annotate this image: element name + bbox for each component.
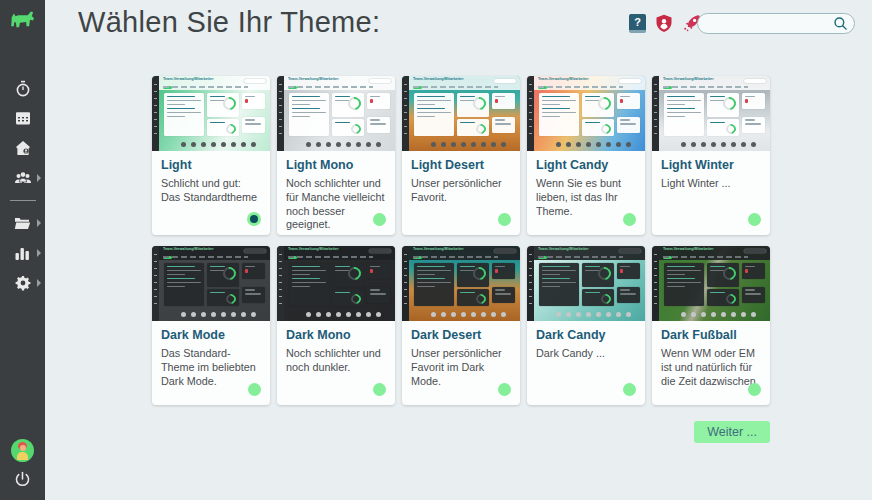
theme-preview-thumbnail: Team-Verwaltung/Mitarbeiter <box>402 76 520 151</box>
mini-search <box>494 79 516 83</box>
theme-radio[interactable] <box>248 383 261 396</box>
mini-app-title: Team-Verwaltung/Mitarbeiter <box>663 247 714 251</box>
user-avatar[interactable] <box>11 439 34 462</box>
sidebar-item-team[interactable] <box>0 163 45 193</box>
mini-toolbar-icons <box>174 141 262 148</box>
theme-radio[interactable] <box>623 383 636 396</box>
chevron-right-icon <box>37 249 41 257</box>
mini-app-title: Team-Verwaltung/Mitarbeiter <box>413 77 464 81</box>
mini-toolbar-icons <box>299 141 387 148</box>
sidebar <box>0 0 45 500</box>
mini-toolbar-icons <box>299 311 387 318</box>
mini-panel-termine <box>742 287 765 303</box>
sidebar-item-settings[interactable] <box>0 268 45 298</box>
theme-title: Dark Candy <box>536 328 636 342</box>
theme-card[interactable]: Team-Verwaltung/Mitarbeiter <box>652 246 770 405</box>
theme-description: Noch schlichter und für Manche vielleich… <box>286 177 386 232</box>
help-book-icon[interactable]: ? <box>629 14 646 33</box>
mini-topbar: Team-Verwaltung/Mitarbeiter <box>159 76 270 90</box>
theme-description: Das Standard-Theme im beliebten Dark Mod… <box>161 347 261 388</box>
sidebar-footer <box>11 439 34 500</box>
mini-panel-tags <box>242 93 265 109</box>
sidebar-item-home[interactable] <box>0 133 45 163</box>
theme-description: Noch schlichter und noch dunkler. <box>286 347 386 375</box>
theme-card[interactable]: Team-Verwaltung/Mitarbeiter <box>402 246 520 405</box>
theme-radio[interactable] <box>373 383 386 396</box>
mini-panel-tags <box>367 263 390 279</box>
mini-topbar: Team-Verwaltung/Mitarbeiter <box>409 76 520 90</box>
theme-radio[interactable] <box>373 213 386 226</box>
mini-panel-list <box>539 263 579 306</box>
mini-panel-list <box>164 93 204 136</box>
shield-user-icon[interactable] <box>655 14 673 33</box>
theme-radio[interactable] <box>498 213 511 226</box>
mini-panel-termine <box>617 117 640 133</box>
theme-radio[interactable] <box>247 212 261 226</box>
home-user-icon <box>15 140 31 156</box>
mini-panel-tags <box>617 93 640 109</box>
theme-card[interactable]: Team-Verwaltung/Mitarbeiter <box>277 76 395 235</box>
search-box <box>697 13 855 34</box>
theme-card[interactable]: Team-Verwaltung/Mitarbeiter <box>652 76 770 235</box>
theme-card[interactable]: Team-Verwaltung/Mitarbeiter <box>402 76 520 235</box>
mini-sidebar <box>527 76 534 151</box>
mini-panel-list <box>289 263 329 306</box>
mini-topbar: Team-Verwaltung/Mitarbeiter <box>534 246 645 260</box>
weiter-button[interactable]: Weiter ... <box>694 421 770 443</box>
sidebar-item-calendar[interactable] <box>0 103 45 133</box>
search-input[interactable] <box>708 18 833 30</box>
mini-panel-gauge <box>332 93 363 117</box>
mini-panel-gauge <box>707 93 738 117</box>
theme-title: Light Desert <box>411 158 511 172</box>
sidebar-item-timer[interactable] <box>0 73 45 103</box>
bar-chart-icon <box>15 246 30 260</box>
page-title: Wählen Sie Ihr Theme: <box>78 6 380 39</box>
mini-search <box>494 249 516 253</box>
mini-search <box>244 79 266 83</box>
mini-sidebar <box>527 246 534 321</box>
mini-search <box>369 79 391 83</box>
mini-sidebar <box>652 246 659 321</box>
mini-panel-list <box>164 263 204 306</box>
mini-sidebar <box>652 76 659 151</box>
sidebar-item-reports[interactable] <box>0 238 45 268</box>
theme-card[interactable]: Team-Verwaltung/Mitarbeiter <box>527 246 645 405</box>
mini-app-title: Team-Verwaltung/Mitarbeiter <box>538 247 589 251</box>
mini-panel-termine <box>367 287 390 303</box>
theme-description: Unser persönlicher Favorit. <box>411 177 511 205</box>
mini-app-title: Team-Verwaltung/Mitarbeiter <box>538 77 589 81</box>
mini-search <box>244 249 266 253</box>
mini-topbar: Team-Verwaltung/Mitarbeiter <box>659 76 770 90</box>
mini-panel-gauge2 <box>582 119 613 136</box>
gear-icon <box>15 275 31 291</box>
mini-sidebar <box>402 76 409 151</box>
mini-topbar: Team-Verwaltung/Mitarbeiter <box>659 246 770 260</box>
theme-title: Light Candy <box>536 158 636 172</box>
theme-description: Wenn WM oder EM ist und natürlich für di… <box>661 347 761 388</box>
theme-preview-thumbnail: Team-Verwaltung/Mitarbeiter <box>527 76 645 151</box>
mini-panel-gauge <box>582 93 613 117</box>
mini-topbar: Team-Verwaltung/Mitarbeiter <box>284 76 395 90</box>
mini-panel-termine <box>492 287 515 303</box>
mini-app-title: Team-Verwaltung/Mitarbeiter <box>163 247 214 251</box>
mini-panel-termine <box>242 287 265 303</box>
theme-card[interactable]: Team-Verwaltung/Mitarbeiter <box>152 246 270 405</box>
mini-topbar: Team-Verwaltung/Mitarbeiter <box>284 246 395 260</box>
theme-card[interactable]: Team-Verwaltung/Mitarbeiter <box>277 246 395 405</box>
mini-panel-tags <box>367 93 390 109</box>
power-icon[interactable] <box>14 471 31 492</box>
sidebar-item-files[interactable] <box>0 208 45 238</box>
theme-radio[interactable] <box>498 383 511 396</box>
theme-radio[interactable] <box>748 383 761 396</box>
theme-card[interactable]: Team-Verwaltung/Mitarbeiter <box>152 76 270 235</box>
mini-panel-termine <box>492 117 515 133</box>
mini-app-title: Team-Verwaltung/Mitarbeiter <box>663 77 714 81</box>
mini-app-title: Team-Verwaltung/Mitarbeiter <box>288 247 339 251</box>
mini-panel-gauge <box>207 93 238 117</box>
mini-panel-gauge2 <box>207 119 238 136</box>
mini-panel-gauge2 <box>457 119 488 136</box>
theme-radio[interactable] <box>623 213 636 226</box>
theme-card[interactable]: Team-Verwaltung/Mitarbeiter <box>527 76 645 235</box>
mini-panel-termine <box>742 117 765 133</box>
theme-radio[interactable] <box>748 213 761 226</box>
